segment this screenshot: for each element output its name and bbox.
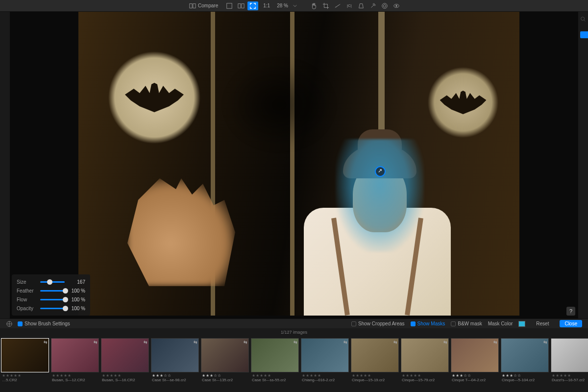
thumb-filename: Busan, S---16.CR2: [102, 378, 148, 382]
filmstrip[interactable]: ⇆★★★★★…5.CR2⇆★★★★★Busan, S---12.CR2⇆★★★★…: [0, 336, 588, 392]
thumb-rating[interactable]: ★★★★★: [302, 373, 348, 378]
svg-rect-0: [190, 3, 192, 8]
thumb-filename: Cinque---5-104.cr2: [502, 378, 548, 382]
sync-icon: ⇆: [44, 340, 48, 344]
close-button[interactable]: Close: [560, 320, 582, 327]
brush-size-slider[interactable]: [40, 281, 65, 283]
svg-rect-4: [242, 3, 244, 8]
ratio-tool-button[interactable]: |C|: [344, 1, 355, 10]
help-button[interactable]: ?: [566, 307, 575, 316]
thumb-rating[interactable]: ★★★★★: [52, 373, 98, 378]
filmstrip-thumb[interactable]: ⇆★★★★★Busan, S---12.CR2: [51, 338, 99, 390]
compare-button[interactable]: Compare: [186, 1, 221, 10]
thumb-rating[interactable]: ★★★★★: [252, 373, 298, 378]
show-masks-toggle[interactable]: Show Masks: [411, 321, 445, 326]
show-brush-settings-toggle[interactable]: Show Brush Settings: [18, 321, 70, 326]
filmstrip-thumb[interactable]: ⇆★★★★★Duzzi's---16-57.cr2: [551, 338, 588, 390]
thumb-image: ⇆: [201, 338, 249, 372]
mask-color-swatch[interactable]: [518, 321, 525, 327]
brush-feather-label: Feather: [17, 288, 37, 294]
repair-tool-button[interactable]: [368, 1, 378, 10]
thumb-rating[interactable]: ★★★★★: [2, 373, 48, 378]
thumb-rating[interactable]: ★★★★★: [402, 373, 448, 378]
chevron-down-icon[interactable]: [293, 4, 297, 8]
thumb-rating[interactable]: ★★★★★: [102, 373, 148, 378]
crop-tool-button[interactable]: [320, 1, 331, 10]
right-panel-tab[interactable]: [580, 31, 588, 38]
filmstrip-thumb[interactable]: ⇆★★★★★Chiang---016-2.cr2: [301, 338, 349, 390]
thumb-rating[interactable]: ★★★☆☆: [152, 373, 198, 378]
show-cropped-label: Show Cropped Areas: [358, 321, 405, 326]
adjustments-icon[interactable]: [6, 320, 13, 327]
ratio-label[interactable]: 1:1: [261, 3, 272, 8]
brush-cursor-icon: [375, 166, 386, 177]
filmstrip-thumb[interactable]: ⇆★★★☆☆Cinque T---04-2.cr2: [451, 338, 499, 390]
checkbox-on-icon: [411, 321, 416, 326]
compare-icon: [189, 2, 196, 9]
bottom-options-bar: Show Brush Settings Show Cropped Areas S…: [0, 318, 588, 328]
thumb-filename: Case St---se-98.cr2: [152, 378, 198, 382]
reset-button[interactable]: Reset: [531, 320, 554, 327]
bw-mask-label: B&W mask: [458, 321, 482, 326]
brush-feather-value: 100 %: [68, 288, 85, 294]
zoom-level[interactable]: 28 %: [275, 3, 290, 8]
sync-icon: ⇆: [194, 340, 197, 344]
thumb-rating[interactable]: ★★★☆☆: [452, 373, 498, 378]
search-icon[interactable]: [580, 16, 587, 23]
brush-opacity-value: 100 %: [68, 306, 85, 311]
thumb-rating[interactable]: ★★★☆☆: [502, 373, 548, 378]
view-fit-button[interactable]: [247, 1, 258, 10]
mask-tool-button[interactable]: [391, 1, 402, 10]
thumb-image: ⇆: [501, 338, 549, 372]
view-single-button[interactable]: [224, 1, 235, 10]
thumb-image: ⇆: [401, 338, 449, 372]
sync-icon: ⇆: [493, 340, 497, 344]
svg-point-6: [382, 3, 388, 8]
thumb-rating[interactable]: ★★★☆☆: [202, 373, 248, 378]
thumb-rating[interactable]: ★★★★★: [552, 373, 588, 378]
bw-mask-toggle[interactable]: B&W mask: [451, 321, 482, 326]
sync-icon: ⇆: [543, 340, 547, 344]
filmstrip-thumb[interactable]: ⇆★★★☆☆Cinque---5-104.cr2: [501, 338, 549, 390]
view-multi-button[interactable]: [236, 1, 246, 10]
thumb-image: ⇆: [101, 338, 149, 372]
hand-tool-button[interactable]: [309, 1, 319, 10]
mask-overlay: [336, 139, 424, 252]
thumb-filename: Chiang---016-2.cr2: [302, 378, 348, 382]
thumb-filename: Duzzi's---16-57.cr2: [552, 378, 588, 382]
sync-icon: ⇆: [443, 340, 447, 344]
filmstrip-thumb[interactable]: ⇆★★★★★Cinque---15-79.cr2: [401, 338, 449, 390]
thumb-filename: Case St---ss-55.cr2: [252, 378, 298, 382]
brush-feather-slider[interactable]: [40, 290, 65, 292]
filmstrip-thumb[interactable]: ⇆★★★★★Cinque---15-19.cr2: [351, 338, 399, 390]
filmstrip-thumb[interactable]: ⇆★★★★★…5.CR2: [1, 338, 49, 390]
thumb-filename: …5.CR2: [2, 378, 48, 382]
brush-flow-label: Flow: [17, 297, 37, 302]
checkbox-off-icon: [451, 321, 456, 326]
svg-rect-1: [193, 3, 196, 8]
straighten-tool-button[interactable]: [332, 1, 343, 10]
brush-opacity-slider[interactable]: [40, 308, 65, 309]
sync-icon: ⇆: [144, 340, 147, 344]
checkbox-off-icon: [351, 321, 356, 326]
image-canvas[interactable]: [10, 12, 578, 318]
sync-icon: ⇆: [244, 340, 247, 344]
filmstrip-thumb[interactable]: ⇆★★★☆☆Case St---135.cr2: [201, 338, 249, 390]
thumb-rating[interactable]: ★★★★★: [352, 373, 398, 378]
image-count-label: 1/127 images: [0, 328, 588, 336]
redeye-tool-button[interactable]: [379, 1, 390, 10]
thumb-image: ⇆: [151, 338, 199, 372]
filmstrip-thumb[interactable]: ⇆★★★★★Case St---ss-55.cr2: [251, 338, 299, 390]
thumb-image: ⇆: [1, 338, 49, 372]
svg-rect-2: [227, 3, 232, 8]
filmstrip-thumb[interactable]: ⇆★★★★★Busan, S---16.CR2: [101, 338, 149, 390]
show-cropped-toggle[interactable]: Show Cropped Areas: [351, 321, 405, 326]
svg-point-5: [383, 4, 386, 7]
checkbox-on-icon: [18, 321, 23, 326]
thumb-image: ⇆: [451, 338, 499, 372]
perspective-tool-button[interactable]: [356, 1, 367, 10]
filmstrip-thumb[interactable]: ⇆★★★☆☆Case St---se-98.cr2: [151, 338, 199, 390]
sync-icon: ⇆: [294, 340, 297, 344]
right-panel-strip: [578, 12, 588, 318]
brush-flow-slider[interactable]: [40, 299, 65, 300]
